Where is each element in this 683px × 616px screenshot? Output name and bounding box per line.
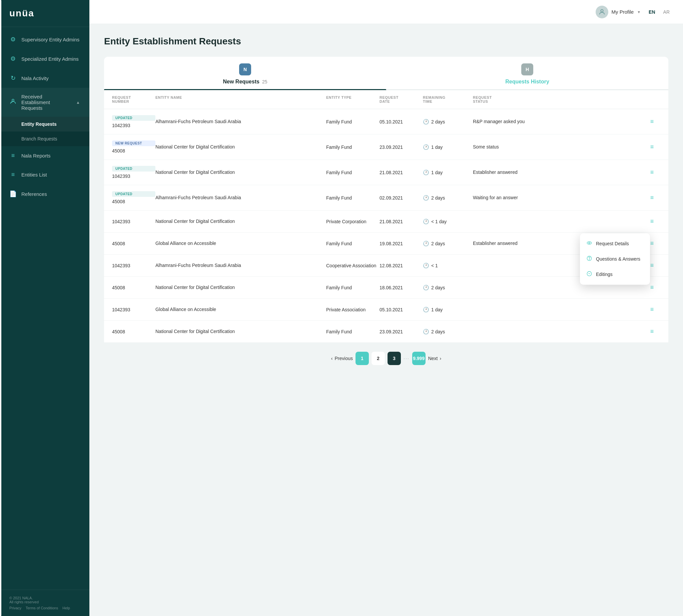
tab-requests-history[interactable]: H Requests History xyxy=(386,57,668,89)
req-number-cell: 45008 xyxy=(112,241,155,246)
active-indicator xyxy=(0,0,1,616)
sidebar-item-supervisory[interactable]: ⚙ Supervisory Entity Admins xyxy=(0,30,89,49)
request-status: Waiting for an answer xyxy=(473,195,644,201)
privacy-link[interactable]: Privacy xyxy=(9,606,21,610)
row-menu-button[interactable]: ≡ xyxy=(644,168,660,177)
page-3-button[interactable]: 3 xyxy=(388,352,401,365)
remaining-time: 🕐1 day xyxy=(423,307,473,313)
row-menu-button[interactable]: ≡ xyxy=(644,327,660,336)
clock-icon: 🕐 xyxy=(423,263,429,269)
table-row: UPDATED 1042393 Alhamrani-Fuchs Petroleu… xyxy=(104,109,668,134)
row-menu-button[interactable]: ≡ xyxy=(644,117,660,127)
sidebar-item-label: Specialized Entity Admins xyxy=(21,56,80,62)
table-row: 45008 National Center for Digital Certif… xyxy=(104,321,668,343)
refresh-icon: ↻ xyxy=(9,74,17,82)
table-header: REQUESTNUMBER ENTITY NAME ENTITY TYPE RE… xyxy=(104,90,668,109)
chevron-up-icon: ▲ xyxy=(76,100,80,105)
request-number: 45008 xyxy=(112,285,155,290)
gear-icon: ⚙ xyxy=(9,36,17,43)
tab-icon-history: H xyxy=(521,63,533,75)
chevron-right-icon: › xyxy=(439,356,441,361)
question-icon xyxy=(587,256,592,262)
table-row: UPDATED 1042393 National Center for Digi… xyxy=(104,160,668,185)
sidebar-item-nala-activity[interactable]: ↻ Nala Activity xyxy=(0,68,89,88)
pagination-ellipsis: ··· xyxy=(404,356,410,361)
topbar: My Profile ▼ EN AR xyxy=(89,0,683,24)
clock-icon: 🕐 xyxy=(423,285,429,291)
sidebar-item-label: References xyxy=(21,191,80,197)
remaining-time: 🕐2 days xyxy=(423,329,473,335)
terms-link[interactable]: Terms of Conditions xyxy=(26,606,58,610)
sidebar-item-received[interactable]: Received Establisment Requests ▲ xyxy=(0,88,89,117)
col-remaining-time: REMAININGTIME xyxy=(423,95,473,104)
row-menu-button[interactable]: ≡ xyxy=(644,217,660,226)
request-date: 21.08.2021 xyxy=(380,170,423,175)
sidebar-item-branch-requests[interactable]: Branch Requests xyxy=(0,131,89,146)
sidebar-item-nala-reports[interactable]: ≡ Nala Reports xyxy=(0,146,89,165)
gear-icon: ⚙ xyxy=(9,55,17,62)
remaining-time: 🕐1 day xyxy=(423,170,473,176)
tabs-container: N New Requests25 H Requests History xyxy=(104,57,668,90)
context-menu: Request Details Questions & Answers xyxy=(580,233,650,285)
remaining-time: 🕐2 days xyxy=(423,285,473,291)
sidebar-item-references[interactable]: 📄 References xyxy=(0,184,89,203)
entity-type: Family Fund xyxy=(326,170,380,175)
avatar xyxy=(596,6,608,18)
request-number: 45008 xyxy=(112,199,155,204)
svg-point-0 xyxy=(12,99,14,101)
table-row: UPDATED 45008 Alhamrani-Fuchs Petroleum … xyxy=(104,185,668,211)
tab-icon-new: N xyxy=(239,63,251,75)
profile-button[interactable]: My Profile ▼ xyxy=(596,6,641,18)
row-menu-button[interactable]: ≡ xyxy=(644,193,660,202)
svg-point-1 xyxy=(600,9,603,12)
status-badge: UPDATED xyxy=(112,166,155,172)
entity-name: National Center for Digital Certificatio… xyxy=(155,218,326,225)
table-row: NEW REQUEST 45008 National Center for Di… xyxy=(104,134,668,160)
page-title: Entity Establishment Requests xyxy=(104,36,668,47)
sidebar-item-label: Nala Reports xyxy=(21,153,80,158)
clock-icon: 🕐 xyxy=(423,170,429,176)
col-actions xyxy=(644,95,660,104)
page-2-button[interactable]: 2 xyxy=(371,352,385,365)
request-number: 1042393 xyxy=(112,123,155,128)
request-number: 45008 xyxy=(112,241,155,246)
next-label: Next xyxy=(428,356,438,361)
sub-nav-label: Entity Requests xyxy=(21,122,57,127)
request-date: 05.10.2021 xyxy=(380,307,423,312)
svg-point-3 xyxy=(589,242,590,244)
page-last-button[interactable]: 9.999 xyxy=(412,352,426,365)
sidebar-nav: ⚙ Supervisory Entity Admins ⚙ Specialize… xyxy=(0,27,89,590)
clock-icon: 🕐 xyxy=(423,329,429,335)
dropdown-item-editings[interactable]: Editings xyxy=(580,267,650,282)
row-menu-button[interactable]: ≡ xyxy=(644,305,660,314)
chevron-down-icon: ▼ xyxy=(637,10,641,14)
next-button[interactable]: Next › xyxy=(428,356,441,361)
table-container: REQUESTNUMBER ENTITY NAME ENTITY TYPE RE… xyxy=(104,90,668,343)
request-date: 23.09.2021 xyxy=(380,329,423,334)
sidebar-item-specialized[interactable]: ⚙ Specialized Entity Admins xyxy=(0,49,89,68)
remaining-time: 🕐2 days xyxy=(423,241,473,247)
tab-label-new: New Requests25 xyxy=(223,79,268,85)
lang-en-button[interactable]: EN xyxy=(648,9,655,15)
lang-ar-button[interactable]: AR xyxy=(663,9,670,15)
prev-button[interactable]: ‹ Previous xyxy=(331,356,353,361)
entity-type: Private Association xyxy=(326,307,380,312)
sidebar-item-label: Nala Activity xyxy=(21,75,80,81)
clock-icon: 🕐 xyxy=(423,119,429,125)
page-1-button[interactable]: 1 xyxy=(356,352,369,365)
req-number-cell: 1042393 xyxy=(112,219,155,224)
sidebar-item-entities-list[interactable]: ≡ Entities List xyxy=(0,165,89,184)
row-menu-button[interactable]: ≡ xyxy=(644,142,660,152)
dropdown-label: Editings xyxy=(596,272,613,277)
profile-label: My Profile xyxy=(612,9,634,15)
help-link[interactable]: Help xyxy=(62,606,70,610)
request-date: 12.08.2021 xyxy=(380,263,423,268)
sidebar-item-label: Entities List xyxy=(21,172,80,178)
list-icon: ≡ xyxy=(9,171,17,178)
dropdown-item-qa[interactable]: Questions & Answers xyxy=(580,251,650,267)
tab-new-requests[interactable]: N New Requests25 xyxy=(104,57,386,89)
status-badge: UPDATED xyxy=(112,115,155,121)
dropdown-item-request-details[interactable]: Request Details xyxy=(580,236,650,251)
sidebar-item-entity-requests[interactable]: Entity Requests xyxy=(0,117,89,131)
table-row: 1042393 National Center for Digital Cert… xyxy=(104,211,668,233)
